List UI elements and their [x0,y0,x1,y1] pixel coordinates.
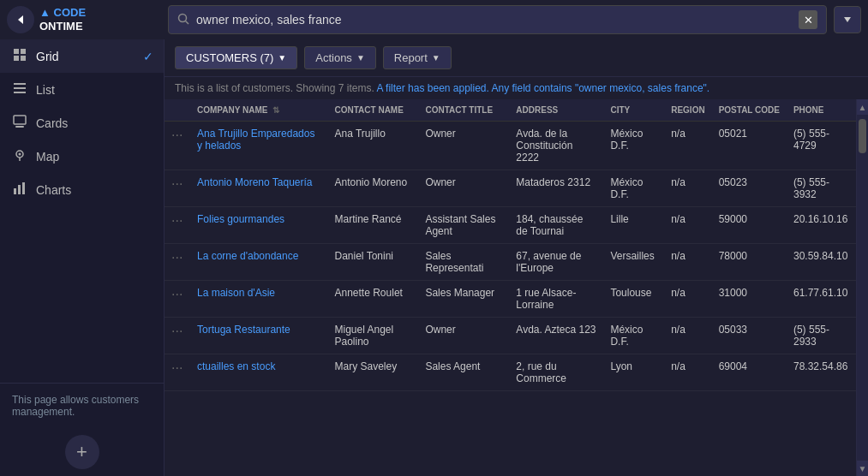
customers-table: COMPANY NAME ⇅ CONTACT NAME CONTACT TITL… [165,99,856,391]
phone-cell: 20.16.10.16 [787,207,856,244]
table-row: ···ctuailles en stockMary SaveleySales A… [165,354,856,391]
row-menu-button[interactable]: ··· [165,207,190,244]
col-header-contact-name[interactable]: CONTACT NAME [328,99,419,122]
actions-caret-icon: ▼ [356,53,365,62]
table-row: ···La maison d'AsieAnnette RouletSales M… [165,281,856,318]
company-name-cell[interactable]: Antonio Moreno Taquería [190,170,328,207]
scroll-sidebar: ▲ ▼ [856,99,868,476]
sidebar-item-cards[interactable]: Cards [0,106,164,140]
company-name-cell[interactable]: La maison d'Asie [190,281,328,318]
contact-name-cell: Antonio Moreno [328,170,419,207]
svg-rect-10 [14,92,26,93]
col-header-city[interactable]: CITY [603,99,664,122]
address-cell: Avda. Azteca 123 [509,318,603,354]
postal-code-cell: 78000 [712,244,787,281]
svg-rect-7 [21,56,26,61]
add-record-button[interactable]: + [65,435,99,469]
row-menu-button[interactable]: ··· [165,354,190,391]
customers-caret-icon: ▼ [278,53,286,62]
sidebar-item-grid[interactable]: Grid ✓ [0,39,164,73]
postal-code-cell: 59000 [712,207,787,244]
address-cell: 1 rue Alsace-Lorraine [509,281,603,318]
contact-title-cell: Owner [418,122,509,170]
scroll-down-button[interactable]: ▼ [857,461,868,476]
contact-name-cell: Ana Trujillo [328,122,419,170]
col-header-address[interactable]: ADDRESS [509,99,603,122]
row-menu-button[interactable]: ··· [165,122,190,170]
region-cell: n/a [664,170,711,207]
contact-title-cell: Sales Representati [418,244,509,281]
region-cell: n/a [664,244,711,281]
company-name-cell[interactable]: Ana Trujillo Emparedados y helados [190,122,328,170]
company-name-cell[interactable]: Tortuga Restaurante [190,318,328,354]
sidebar-item-list[interactable]: List [0,73,164,106]
contact-title-cell: Assistant Sales Agent [418,207,509,244]
postal-code-cell: 69004 [712,354,787,391]
table-row: ···La corne d'abondanceDaniel ToniniSale… [165,244,856,281]
table-header-row: COMPANY NAME ⇅ CONTACT NAME CONTACT TITL… [165,99,856,122]
postal-code-cell: 05023 [712,170,787,207]
col-header-contact-title[interactable]: CONTACT TITLE [418,99,509,122]
svg-rect-16 [14,188,16,194]
grid-icon [12,48,27,64]
filter-notice: This is a list of customers. Showing 7 i… [165,77,868,99]
customers-tab[interactable]: CUSTOMERS (7) ▼ [175,46,297,69]
content-main: COMPANY NAME ⇅ CONTACT NAME CONTACT TITL… [165,99,868,476]
active-check-icon: ✓ [143,50,153,63]
table-row: ···Antonio Moreno TaqueríaAntonio Moreno… [165,170,856,207]
app-logo: ▲ CODE ONTIME [39,6,86,33]
contact-name-cell: Miguel Angel Paolino [328,318,419,354]
company-name-cell[interactable]: ctuailles en stock [190,354,328,391]
scroll-thumb[interactable] [859,119,866,153]
company-name-cell[interactable]: La corne d'abondance [190,244,328,281]
charts-icon [12,181,27,198]
sidebar-footer: This page allows customers management. [0,383,164,428]
back-button[interactable] [7,6,34,33]
company-name-cell[interactable]: Folies gourmandes [190,207,328,244]
phone-cell: (5) 555-3932 [787,170,856,207]
col-header-postal[interactable]: POSTAL CODE [712,99,787,122]
main-layout: Grid ✓ List Cards Map Charts [0,39,868,476]
contact-title-cell: Sales Manager [418,281,509,318]
phone-cell: 61.77.61.10 [787,281,856,318]
data-table-wrap[interactable]: COMPANY NAME ⇅ CONTACT NAME CONTACT TITL… [165,99,856,476]
contact-name-cell: Mary Saveley [328,354,419,391]
clear-search-button[interactable]: ✕ [799,10,817,29]
report-button[interactable]: Report ▼ [383,46,452,69]
city-cell: Lyon [603,354,664,391]
row-menu-button[interactable]: ··· [165,318,190,354]
search-dropdown-button[interactable] [834,6,861,33]
svg-rect-4 [14,49,19,54]
city-cell: Toulouse [603,281,664,318]
city-cell: Versailles [603,244,664,281]
col-header-region[interactable]: REGION [664,99,711,122]
region-cell: n/a [664,318,711,354]
search-input[interactable] [196,13,792,27]
col-header-phone[interactable]: PHONE [787,99,856,122]
postal-code-cell: 31000 [712,281,787,318]
phone-cell: (5) 555-2933 [787,318,856,354]
svg-rect-8 [14,83,26,85]
svg-point-14 [19,153,21,156]
sidebar-cards-label: Cards [36,116,68,130]
col-header-company[interactable]: COMPANY NAME ⇅ [190,99,328,122]
scroll-up-button[interactable]: ▲ [857,99,868,115]
sidebar-item-charts[interactable]: Charts [0,173,164,206]
top-bar: ▲ CODE ONTIME ✕ [0,0,868,39]
list-icon [12,81,27,98]
sidebar-item-map[interactable]: Map [0,140,164,173]
sidebar-list-label: List [36,83,55,97]
region-cell: n/a [664,281,711,318]
table-row: ···Folies gourmandesMartine RancéAssista… [165,207,856,244]
map-icon [12,148,27,164]
region-cell: n/a [664,207,711,244]
sidebar: Grid ✓ List Cards Map Charts [0,39,165,476]
svg-rect-17 [18,185,21,194]
row-menu-button[interactable]: ··· [165,281,190,318]
actions-button[interactable]: Actions ▼ [304,46,376,69]
row-menu-button[interactable]: ··· [165,170,190,207]
sidebar-charts-label: Charts [36,183,71,197]
phone-cell: 30.59.84.10 [787,244,856,281]
row-menu-button[interactable]: ··· [165,244,190,281]
svg-line-2 [186,21,189,24]
